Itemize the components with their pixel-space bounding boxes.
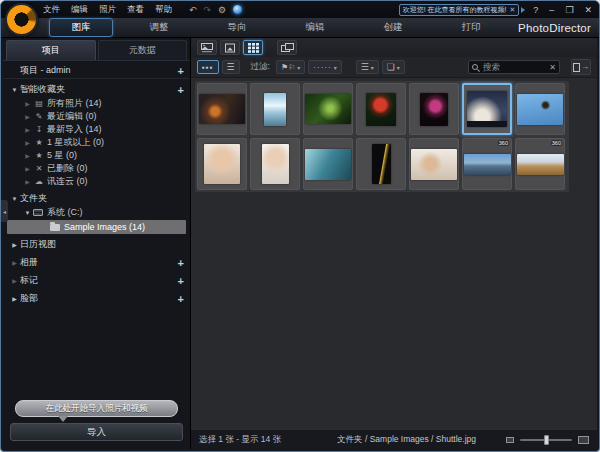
expand-arrow-icon[interactable]: ▶ bbox=[22, 165, 33, 172]
photo-cell-dark-skis[interactable] bbox=[356, 138, 406, 190]
add-button[interactable]: + bbox=[178, 293, 184, 305]
photo-cell-mountain-panorama[interactable]: 360 bbox=[462, 138, 512, 190]
dual-monitor-button[interactable] bbox=[277, 40, 297, 55]
photo-cell-red-flower[interactable] bbox=[356, 83, 406, 135]
maximize-button[interactable]: ❒ bbox=[565, 5, 573, 15]
photo-cell-woman-reclining[interactable] bbox=[409, 138, 459, 190]
thumbnail-only-button[interactable]: ▪▪▪ bbox=[197, 60, 219, 74]
sidebar-item-系统 (C:)[interactable]: ▼系统 (C:) bbox=[3, 206, 190, 219]
import-button[interactable]: 导入 bbox=[10, 423, 183, 441]
add-button[interactable]: + bbox=[178, 84, 184, 96]
photo-thumb-snowboarder-sky bbox=[517, 94, 563, 125]
sidebar-section-项目 - admin[interactable]: 项目 - admin+ bbox=[3, 63, 190, 79]
sidebar-item-已删除 (0)[interactable]: ▶✕已删除 (0) bbox=[3, 162, 190, 175]
photo-cell-snowboarder-sky[interactable] bbox=[515, 83, 565, 135]
search-clear-icon[interactable]: ✕ bbox=[549, 63, 556, 72]
photo-cell-cabin-interior[interactable] bbox=[197, 83, 247, 135]
sidebar-section-标记[interactable]: ▶标记+ bbox=[3, 273, 190, 288]
menu-item-帮助[interactable]: 帮助 bbox=[155, 4, 172, 16]
sidebar-section-文件夹[interactable]: ▼文件夹 bbox=[3, 191, 190, 206]
viewer-view-button[interactable] bbox=[220, 40, 240, 55]
sidebar-item-5 星 (0)[interactable]: ▶★5 星 (0) bbox=[3, 149, 190, 162]
expand-arrow-icon[interactable]: ▶ bbox=[9, 295, 20, 302]
expand-arrow-icon[interactable]: ▶ bbox=[9, 277, 20, 284]
menu-item-文件[interactable]: 文件 bbox=[43, 4, 60, 16]
tab-打印[interactable]: 打印 bbox=[439, 18, 503, 37]
color-profile-icon[interactable] bbox=[233, 5, 242, 14]
sidebar-tree: 项目 - admin+▼智能收藏夹+▶▤所有照片 (14)▶✎最近编辑 (0)▶… bbox=[3, 60, 190, 389]
expand-arrow-icon[interactable]: ▶ bbox=[22, 126, 33, 133]
sidebar-section-日历视图[interactable]: ▶日历视图 bbox=[3, 237, 190, 252]
expand-arrow-icon[interactable]: ▼ bbox=[9, 87, 20, 93]
photo-cell-woman-portrait-2[interactable] bbox=[250, 138, 300, 190]
photo-cell-pink-flower[interactable] bbox=[409, 83, 459, 135]
sidebar-section-脸部[interactable]: ▶脸部+ bbox=[3, 291, 190, 306]
tab-导向[interactable]: 导向 bbox=[205, 18, 269, 37]
add-button[interactable]: + bbox=[178, 275, 184, 287]
sidebar-tab-项目[interactable]: 项目 bbox=[6, 40, 96, 60]
sidebar-section-相册[interactable]: ▶相册+ bbox=[3, 255, 190, 270]
module-tab-bar: 图库调整导向编辑创建打印 PhotoDirector bbox=[1, 18, 599, 38]
photo-cell-ocean-wave[interactable] bbox=[303, 138, 353, 190]
expand-arrow-icon[interactable]: ▶ bbox=[22, 178, 33, 185]
photo-cell-shuttle-launch[interactable] bbox=[462, 83, 512, 135]
expand-arrow-icon[interactable]: ▶ bbox=[22, 139, 33, 146]
zoom-slider[interactable] bbox=[520, 439, 572, 441]
flag-filter-button[interactable]: ⚑⚐▾ bbox=[276, 60, 305, 74]
notification-close-icon[interactable]: ✕ bbox=[509, 6, 515, 14]
expand-arrow-icon[interactable]: ▶ bbox=[22, 100, 33, 107]
redo-icon[interactable]: ↷ bbox=[204, 5, 212, 15]
tab-图库[interactable]: 图库 bbox=[49, 18, 113, 37]
zoom-in-thumb-icon[interactable] bbox=[578, 436, 589, 444]
settings-gear-icon[interactable]: ⚙ bbox=[218, 5, 226, 15]
expand-arrow-icon[interactable]: ▶ bbox=[22, 113, 33, 120]
sidebar-section-智能收藏夹[interactable]: ▼智能收藏夹+ bbox=[3, 82, 190, 97]
sidebar-item-所有照片 (14)[interactable]: ▶▤所有照片 (14) bbox=[3, 97, 190, 110]
expand-arrow-icon[interactable]: ▼ bbox=[9, 196, 20, 202]
zoom-slider-handle[interactable] bbox=[544, 435, 549, 445]
photo-cell-desert-panorama[interactable]: 360 bbox=[515, 138, 565, 190]
stack-button[interactable]: ❏▾ bbox=[382, 60, 405, 74]
sidebar-item-Sample Images (14)[interactable]: Sample Images (14) bbox=[7, 220, 186, 234]
sort-caret-icon: ▾ bbox=[371, 64, 374, 71]
sidebar-row-label: 1 星或以上 (0) bbox=[47, 136, 184, 149]
sidebar-item-最新导入 (14)[interactable]: ▶↧最新导入 (14) bbox=[3, 123, 190, 136]
grid-view-button[interactable] bbox=[243, 40, 263, 55]
expand-arrow-icon[interactable]: ▶ bbox=[9, 241, 20, 248]
tab-调整[interactable]: 调整 bbox=[127, 18, 191, 37]
menu-item-编辑[interactable]: 编辑 bbox=[71, 4, 88, 16]
tab-编辑[interactable]: 编辑 bbox=[283, 18, 347, 37]
close-button[interactable]: ✕ bbox=[584, 5, 592, 15]
tab-创建[interactable]: 创建 bbox=[361, 18, 425, 37]
rating-filter-button[interactable]: ·····▾ bbox=[308, 60, 341, 74]
expand-arrow-icon[interactable]: ▶ bbox=[22, 152, 33, 159]
sort-button[interactable]: ☰▾ bbox=[356, 60, 379, 74]
breadcrumb-path: 文件夹 / Sample Images / Shuttle.jpg bbox=[337, 434, 476, 446]
sidebar-item-1 星或以上 (0)[interactable]: ▶★1 星或以上 (0) bbox=[3, 136, 190, 149]
minimize-button[interactable]: – bbox=[549, 5, 554, 15]
expand-arrow-icon[interactable]: ▶ bbox=[9, 259, 20, 266]
sidebar-item-最近编辑 (0)[interactable]: ▶✎最近编辑 (0) bbox=[3, 110, 190, 123]
drive-icon bbox=[33, 209, 43, 216]
undo-icon[interactable]: ↶ bbox=[189, 5, 197, 15]
photo-cell-green-forest[interactable] bbox=[303, 83, 353, 135]
export-button[interactable]: → bbox=[571, 59, 591, 75]
menu-item-照片[interactable]: 照片 bbox=[99, 4, 116, 16]
expand-arrow-icon[interactable]: ▼ bbox=[22, 210, 33, 216]
stack-photos-icon: ❏ bbox=[387, 62, 395, 72]
sidebar-tab-元数据[interactable]: 元数据 bbox=[98, 40, 188, 60]
add-button[interactable]: + bbox=[178, 257, 184, 269]
menu-item-查看[interactable]: 查看 bbox=[127, 4, 144, 16]
list-view-button[interactable]: ☰ bbox=[222, 60, 240, 74]
notification-arrow-icon bbox=[521, 7, 525, 13]
help-button[interactable]: ? bbox=[533, 5, 538, 15]
browser-view-button[interactable] bbox=[197, 40, 217, 55]
search-input[interactable] bbox=[481, 61, 546, 73]
sidebar-item-讯连云 (0)[interactable]: ▶☁讯连云 (0) bbox=[3, 175, 190, 188]
add-button[interactable]: + bbox=[178, 65, 184, 77]
photo-cell-woman-portrait[interactable] bbox=[197, 138, 247, 190]
sidebar-collapse-icon[interactable]: ◂ bbox=[1, 200, 8, 222]
zoom-out-thumb-icon[interactable] bbox=[506, 437, 514, 443]
photo-cell-iceberg-tower[interactable] bbox=[250, 83, 300, 135]
grid-view-icon bbox=[248, 43, 259, 53]
